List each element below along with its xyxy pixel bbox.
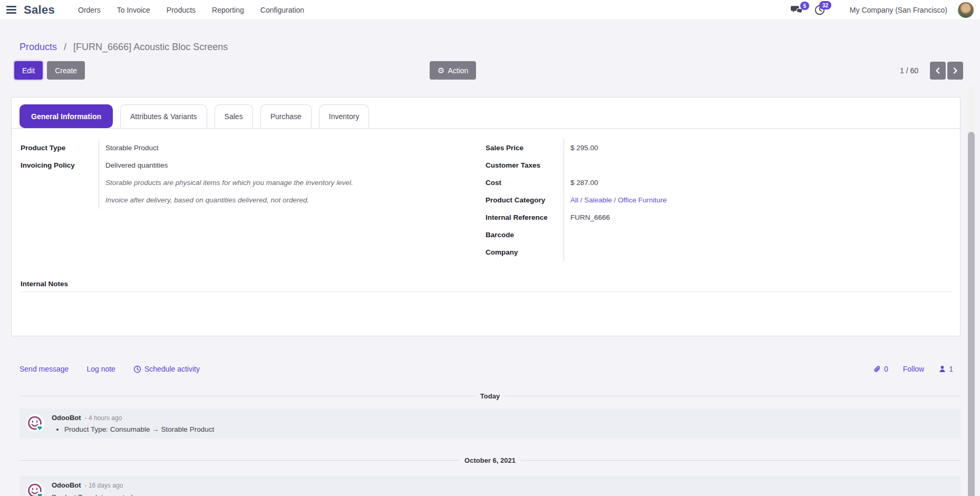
message-time: - 16 days ago	[85, 482, 123, 489]
create-button[interactable]: Create	[47, 61, 85, 80]
form-group-left: Product Type Storable Product Invoicing …	[21, 139, 448, 261]
schedule-activity-label: Schedule activity	[144, 365, 200, 373]
field-label-cost: Cost	[486, 174, 564, 191]
message-text: Product Template created	[52, 493, 954, 496]
tab-general-information[interactable]: General Information	[20, 104, 113, 128]
product-type-help-text: Storable products are physical items for…	[99, 174, 448, 191]
field-label-sales-price: Sales Price	[486, 139, 564, 157]
odoobot-avatar	[26, 414, 45, 433]
field-value-internal-reference: FURN_6666	[564, 209, 952, 226]
menu-item-configuration[interactable]: Configuration	[260, 6, 304, 14]
log-note-button[interactable]: Log note	[86, 365, 115, 373]
field-label-product-type: Product Type	[21, 139, 99, 157]
message: OdooBot - 4 hours ago Product Type: Cons…	[20, 409, 960, 439]
invoicing-policy-help-text: Invoice after delivery, based on quantit…	[99, 191, 448, 209]
messages-badge: 5	[800, 2, 809, 10]
field-value-product-type: Storable Product	[99, 139, 448, 157]
tab-purchase[interactable]: Purchase	[260, 104, 312, 128]
top-navbar: Sales Orders To Invoice Products Reporti…	[0, 0, 980, 20]
chatter: Send message Log note Schedule activity …	[11, 364, 960, 496]
followers-count: 1	[949, 365, 953, 373]
chevron-right-icon	[952, 67, 958, 74]
schedule-activity-button[interactable]: Schedule activity	[133, 365, 200, 373]
field-label-internal-reference: Internal Reference	[486, 209, 564, 226]
date-divider-label: Today	[480, 392, 500, 400]
gear-icon: ⚙	[438, 66, 444, 74]
form-sheet: Product Type Storable Product Invoicing …	[12, 129, 960, 261]
page: { "navbar": { "brand": "Sales", "menu": …	[0, 0, 980, 496]
date-divider-today: Today	[20, 392, 960, 400]
field-label-customer-taxes: Customer Taxes	[486, 157, 564, 174]
breadcrumb-separator: /	[64, 42, 66, 52]
field-value-company	[564, 244, 952, 261]
send-message-button[interactable]: Send message	[20, 365, 69, 373]
pager-previous-button[interactable]	[930, 62, 946, 80]
app-menu: Orders To Invoice Products Reporting Con…	[78, 6, 304, 14]
chatter-topbar: Send message Log note Schedule activity …	[20, 364, 960, 374]
tab-inventory[interactable]: Inventory	[319, 104, 370, 128]
menu-item-to-invoice[interactable]: To Invoice	[117, 6, 150, 14]
notebook-tabs: General Information Attributes & Variant…	[12, 104, 960, 129]
attachments-button[interactable]: 0	[873, 365, 888, 373]
activities-button[interactable]: 32	[814, 4, 826, 16]
pager-next-button[interactable]	[947, 62, 963, 80]
action-button[interactable]: ⚙ Action	[430, 61, 476, 80]
field-label-barcode: Barcode	[486, 226, 564, 244]
field-value-customer-taxes	[564, 157, 952, 174]
tab-sales[interactable]: Sales	[215, 104, 253, 128]
field-label-product-category: Product Category	[486, 191, 564, 209]
activities-badge: 32	[819, 1, 831, 9]
statusbar: Edit Create ⚙ Action 1 / 60	[14, 61, 969, 80]
field-value-cost: $ 287.00	[564, 174, 952, 191]
followers-button[interactable]: 1	[939, 365, 953, 373]
edit-button[interactable]: Edit	[14, 61, 43, 80]
tab-attributes-variants[interactable]: Attributes & Variants	[120, 104, 207, 128]
scrollbar-track[interactable]	[968, 87, 975, 496]
action-button-label: Action	[448, 66, 468, 75]
product-form-card: General Information Attributes & Variant…	[11, 97, 960, 336]
odoobot-avatar	[26, 481, 45, 496]
form-group-right: Sales Price $ 295.00 Customer Taxes Cost…	[486, 139, 952, 261]
date-divider-october: October 6, 2021	[20, 456, 960, 464]
message: OdooBot - 16 days ago Product Template c…	[20, 476, 960, 496]
menu-item-orders[interactable]: Orders	[78, 6, 101, 14]
control-panel: Products / [FURN_6666] Acoustic Bloc Scr…	[0, 20, 980, 80]
menu-item-reporting[interactable]: Reporting	[212, 6, 244, 14]
field-value-barcode	[564, 226, 952, 244]
internal-notes-label: Internal Notes	[21, 280, 952, 288]
breadcrumb: Products / [FURN_6666] Acoustic Bloc Scr…	[14, 41, 969, 53]
internal-notes-divider	[21, 291, 952, 292]
messages-button[interactable]: 5	[791, 5, 803, 15]
schedule-clock-icon	[133, 365, 141, 373]
field-value-invoicing-policy: Delivered quantities	[99, 157, 448, 174]
company-switcher[interactable]: My Company (San Francisco)	[850, 6, 947, 14]
attachments-count: 0	[884, 365, 888, 373]
scrollbar-thumb[interactable]	[968, 132, 975, 496]
date-divider-label: October 6, 2021	[464, 456, 516, 464]
message-author: OdooBot	[52, 414, 81, 422]
apps-menu-icon[interactable]	[6, 6, 16, 13]
person-icon	[939, 365, 946, 373]
message-time: - 4 hours ago	[85, 414, 122, 422]
breadcrumb-current: [FURN_6666] Acoustic Bloc Screens	[73, 42, 228, 52]
chevron-left-icon	[935, 67, 941, 74]
user-avatar[interactable]	[958, 2, 974, 18]
field-label-invoicing-policy: Invoicing Policy	[21, 157, 99, 174]
pager-value: 1 / 60	[900, 66, 918, 75]
menu-item-products[interactable]: Products	[167, 6, 196, 14]
field-label-company: Company	[486, 244, 564, 261]
field-value-sales-price: $ 295.00	[564, 139, 952, 157]
message-author: OdooBot	[52, 481, 81, 489]
internal-notes-section: Internal Notes	[12, 261, 960, 292]
pager: 1 / 60	[900, 62, 963, 80]
follow-button[interactable]: Follow	[903, 365, 924, 373]
product-category-link[interactable]: All / Saleable / Office Furniture	[570, 196, 667, 204]
paperclip-icon	[873, 365, 881, 373]
message-tracking-item: Product Type: Consumable → Storable Prod…	[64, 425, 954, 433]
breadcrumb-products-link[interactable]: Products	[20, 42, 57, 52]
app-name[interactable]: Sales	[24, 3, 55, 17]
